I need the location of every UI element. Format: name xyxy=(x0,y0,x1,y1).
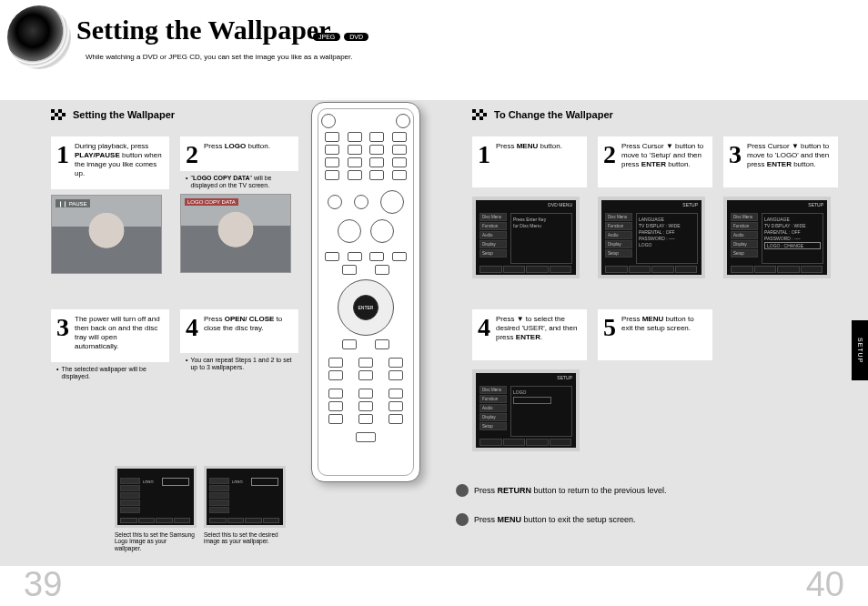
checker-icon xyxy=(472,109,489,120)
svg-rect-10 xyxy=(472,116,476,120)
bullet-icon xyxy=(456,484,469,497)
left-step-1: 1 During playback, press PLAY/PAUSE butt… xyxy=(51,136,169,274)
step-2-text: Press LOGO button. xyxy=(204,142,270,151)
screen-2: SETUP Disc MenuFunctionAudioDisplaySetup… xyxy=(598,197,705,278)
format-badges: JPEG DVD xyxy=(313,33,368,41)
svg-rect-11 xyxy=(479,116,483,120)
step-r5-text: Press MENU button to exit the setup scre… xyxy=(621,315,705,333)
step-number-r3: 3 xyxy=(729,142,743,167)
page-title: Setting the Wallpaper xyxy=(76,15,330,45)
menu-hint: Press MENU button to exit the setup scre… xyxy=(456,513,636,526)
step-3-text: The power will turn off and then back on… xyxy=(75,315,162,351)
left-step-4: 4 Press OPEN/ CLOSE to close the disc tr… xyxy=(180,309,298,372)
svg-rect-6 xyxy=(472,109,476,113)
step-number-r2: 2 xyxy=(603,142,618,167)
svg-rect-9 xyxy=(483,113,487,116)
logo-button-icon xyxy=(356,432,376,442)
step-2-photo: LOGO COPY DATA xyxy=(180,194,291,273)
enter-button-icon: ENTER xyxy=(353,295,378,320)
left-step-3: 3 The power will turn off and then back … xyxy=(51,309,169,381)
step-4-text: Press OPEN/ CLOSE to close the disc tray… xyxy=(204,315,291,333)
step-number-r5: 5 xyxy=(603,315,618,340)
step-2-note: •"LOGO COPY DATA" will be displayed on t… xyxy=(180,171,298,190)
svg-rect-5 xyxy=(58,116,62,120)
dpad-icon: ENTER xyxy=(338,279,394,336)
right-step-4: 4 Press ▼ to select the desired 'USER', … xyxy=(472,309,587,451)
step-number-2: 2 xyxy=(186,142,200,167)
svg-rect-7 xyxy=(479,109,483,113)
section-heading-right: To Change the Wallpaper xyxy=(472,109,613,120)
right-step-1: 1 Press MENU button. DVD MENU Disc MenuF… xyxy=(472,136,587,278)
thumb-user-image: LOGO xyxy=(204,466,286,528)
svg-rect-0 xyxy=(51,109,55,113)
step-number-4: 4 xyxy=(186,315,200,340)
step-number-r4: 4 xyxy=(478,315,492,340)
screen-1: DVD MENU Disc MenuFunctionAudioDisplaySe… xyxy=(472,197,580,278)
logo-copy-overlay: LOGO COPY DATA xyxy=(185,198,238,206)
right-step-3: 3 Press Cursor ▼ button to move to 'LOGO… xyxy=(723,136,838,278)
page-number-right: 40 xyxy=(806,565,844,604)
thumb-1-caption: Select this to set the Samsung Logo imag… xyxy=(115,531,195,551)
speaker-graphic-icon xyxy=(7,5,71,69)
section-heading-right-text: To Change the Wallpaper xyxy=(494,109,613,120)
thumb-2-caption: Select this to set the desired image as … xyxy=(204,531,284,545)
step-r3-text: Press Cursor ▼ button to move to 'LOGO' … xyxy=(747,142,831,169)
page-left: Setting the Wallpaper JPEG DVD While wat… xyxy=(0,0,434,606)
play-pause-button-icon xyxy=(380,190,404,214)
page-right: To Change the Wallpaper 1 Press MENU but… xyxy=(434,0,868,606)
badge-jpeg: JPEG xyxy=(313,33,340,41)
step-r1-text: Press MENU button. xyxy=(496,142,562,151)
svg-rect-1 xyxy=(58,109,62,113)
step-4-note: •You can repeat Steps 1 and 2 to set up … xyxy=(180,353,298,372)
bullet-icon xyxy=(456,513,469,526)
thumb-samsung-logo: LOGO xyxy=(115,466,197,528)
step-r2-text: Press Cursor ▼ button to move to 'Setup'… xyxy=(621,142,705,169)
checker-icon xyxy=(51,109,67,120)
side-tab-setup: SETUP xyxy=(852,320,868,380)
left-step-2: 2 Press LOGO button. •"LOGO COPY DATA" w… xyxy=(180,136,298,273)
thumbnail-row: LOGO Select this to set the Samsung Logo… xyxy=(115,466,284,551)
right-step-5: 5 Press MENU button to exit the setup sc… xyxy=(598,309,712,360)
svg-rect-2 xyxy=(55,113,58,116)
badge-dvd: DVD xyxy=(344,33,368,41)
section-heading-left: Setting the Wallpaper xyxy=(51,109,175,120)
step-1-photo: ❙❙ PAUSE xyxy=(51,195,162,274)
return-hint: Press RETURN button to return to the pre… xyxy=(456,484,667,497)
remote-control-illustration: ENTER xyxy=(311,102,420,482)
step-number-r1: 1 xyxy=(478,142,492,167)
right-step-2: 2 Press Cursor ▼ button to move to 'Setu… xyxy=(598,136,712,278)
pause-overlay: ❙❙ PAUSE xyxy=(56,199,90,207)
screen-4: SETUP Disc MenuFunctionAudioDisplaySetup… xyxy=(472,369,580,451)
step-number-3: 3 xyxy=(56,315,71,340)
page-number-left: 39 xyxy=(24,565,62,604)
screen-3: SETUP Disc MenuFunctionAudioDisplaySetup… xyxy=(723,197,831,278)
step-r4-text: Press ▼ to select the desired 'USER', an… xyxy=(496,315,580,342)
section-heading-left-text: Setting the Wallpaper xyxy=(73,109,175,120)
svg-rect-8 xyxy=(476,113,479,116)
step-number-1: 1 xyxy=(56,142,71,167)
svg-rect-4 xyxy=(51,116,55,120)
page-subtitle: While watching a DVD or JPEG CD, you can… xyxy=(86,53,352,61)
step-1-text: During playback, press PLAY/PAUSE button… xyxy=(75,142,162,178)
svg-rect-3 xyxy=(62,113,66,116)
step-3-note: •The selected wallpaper will be displaye… xyxy=(51,362,169,381)
